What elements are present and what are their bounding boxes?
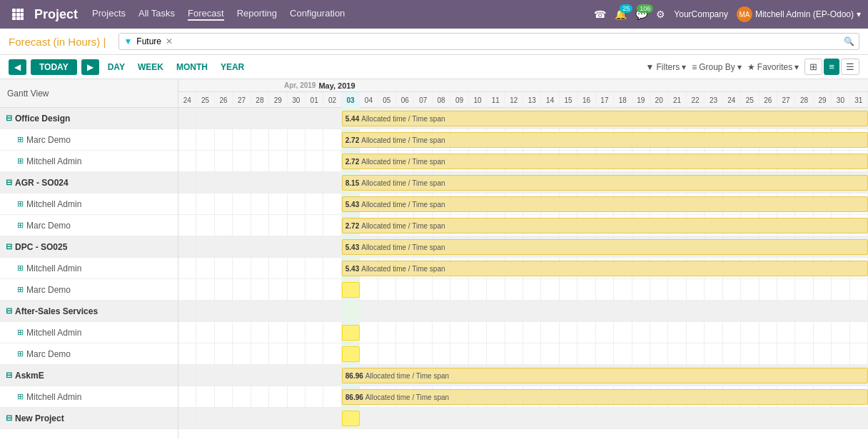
- cell-14: [433, 322, 450, 343]
- grid-view-btn[interactable]: ⊞: [804, 59, 822, 75]
- svg-rect-3: [12, 13, 16, 16]
- phone-icon[interactable]: ☎: [594, 9, 606, 20]
- cell-30: [723, 322, 741, 343]
- gantt-bar-office-design: 5.44Allocated time / Time span: [342, 111, 868, 126]
- company-selector[interactable]: YourCompany: [674, 9, 728, 19]
- day-view-btn[interactable]: DAY: [104, 59, 129, 75]
- cell-24: [614, 343, 632, 364]
- cell-0: [178, 279, 196, 300]
- day-header-apr-25: 25: [196, 92, 214, 108]
- cell-29: [705, 408, 722, 428]
- filter-funnel-icon: ▼: [646, 62, 655, 72]
- cell-1: [196, 172, 214, 193]
- gantt-data-row-office-design: 5.44Allocated time / Time span: [178, 108, 868, 129]
- message-container[interactable]: 💬 106: [635, 9, 647, 20]
- gantt-bar-marc-demo-1: 2.72Allocated time / Time span: [342, 132, 868, 148]
- day-header-may-24: 24: [723, 92, 741, 108]
- favorites-btn[interactable]: ★ Favorites ▾: [747, 62, 799, 72]
- day-header-apr-24: 24: [178, 92, 196, 108]
- cell-10: [360, 279, 378, 300]
- gantt-row-dpc-so025[interactable]: ⊟DPC - SO025: [0, 236, 178, 258]
- cell-5: [269, 108, 287, 129]
- cell-0: [178, 151, 196, 171]
- cell-20: [541, 279, 559, 300]
- nav-configuration[interactable]: Configuration: [290, 8, 345, 21]
- list-view-btn[interactable]: ☰: [841, 59, 859, 75]
- month-view-btn[interactable]: MONTH: [172, 59, 212, 75]
- cell-1: [196, 129, 214, 150]
- bell-container[interactable]: 🔔 25: [615, 9, 627, 20]
- gantt-bar-marc-demo-2: 2.72Allocated time / Time span: [342, 218, 868, 233]
- day-header-may-13: 13: [523, 92, 541, 108]
- gantt-row-mitchell-admin-4[interactable]: ⊞Mitchell Admin: [0, 322, 178, 343]
- cell-26: [650, 301, 668, 321]
- day-header-may-28: 28: [795, 92, 813, 108]
- cell-6: [288, 151, 306, 171]
- group-by-btn[interactable]: ≡ Group By ▾: [692, 62, 742, 72]
- next-button[interactable]: ▶: [81, 59, 99, 75]
- row-label-after-sales: After-Sales Services: [15, 306, 98, 316]
- gantt-data-row-after-sales: [178, 301, 868, 322]
- cell-5: [269, 386, 287, 407]
- row-label-mitchell-admin-1: Mitchell Admin: [26, 156, 81, 166]
- cell-37: [850, 279, 868, 300]
- gantt-row-office-design[interactable]: ⊟Office Design: [0, 108, 178, 129]
- yellow-bar-marc-demo-4: [342, 346, 360, 362]
- gantt-row-after-sales[interactable]: ⊟After-Sales Services: [0, 301, 178, 322]
- cell-3: [233, 129, 251, 150]
- gantt-bar-mitchell-admin-1: 2.72Allocated time / Time span: [342, 154, 868, 169]
- gantt-row-mitchell-admin-3[interactable]: ⊞Mitchell Admin: [0, 258, 178, 279]
- gantt-row-mitchell-admin-1[interactable]: ⊞Mitchell Admin: [0, 151, 178, 172]
- nav-reporting[interactable]: Reporting: [237, 8, 277, 21]
- search-icon[interactable]: 🔍: [844, 36, 854, 46]
- nav-forecast[interactable]: Forecast: [188, 8, 224, 21]
- gantt-data-row-mitchell-admin-2: 5.43Allocated time / Time span: [178, 194, 868, 215]
- year-view-btn[interactable]: YEAR: [216, 59, 248, 75]
- bar-value-mitchell-admin-3: 5.43: [345, 265, 359, 273]
- expand-icon: ⊞: [17, 135, 24, 144]
- day-header-may-15: 15: [560, 92, 577, 108]
- cell-27: [668, 322, 686, 343]
- day-header-may-25: 25: [741, 92, 759, 108]
- day-header-may-02: 02: [323, 92, 341, 108]
- filters-btn[interactable]: ▼ Filters ▾: [646, 62, 687, 72]
- cell-30: [723, 301, 741, 321]
- week-view-btn[interactable]: WEEK: [133, 59, 168, 75]
- bar-text-agr-so024: Allocated time / Time span: [361, 179, 445, 187]
- cell-37: [850, 301, 868, 321]
- nav-projects[interactable]: Projects: [92, 8, 126, 21]
- cell-21: [560, 343, 577, 364]
- user-menu[interactable]: MA Mitchell Admin (EP-Odoo) ▾: [737, 6, 861, 22]
- cell-6: [288, 386, 306, 407]
- cell-12: [396, 279, 414, 300]
- app-grid-icon[interactable]: [7, 4, 29, 25]
- cell-5: [269, 408, 287, 428]
- cell-24: [614, 279, 632, 300]
- prev-button[interactable]: ◀: [9, 59, 26, 75]
- cell-6: [288, 322, 306, 343]
- filter-tag-close[interactable]: ✕: [166, 36, 173, 46]
- settings-icon[interactable]: ⚙: [656, 9, 665, 20]
- gantt-bar-agr-so024: 8.15Allocated time / Time span: [342, 175, 868, 191]
- gantt-row-mitchell-admin-5[interactable]: ⊞Mitchell Admin: [0, 386, 178, 408]
- cell-22: [577, 301, 595, 321]
- gantt-row-marc-demo-3[interactable]: ⊞Marc Demo: [0, 279, 178, 301]
- cell-0: [178, 365, 196, 386]
- cell-0: [178, 129, 196, 150]
- cell-2: [215, 279, 233, 300]
- cell-4: [251, 343, 269, 364]
- gantt-row-marc-demo-4[interactable]: ⊞Marc Demo: [0, 343, 178, 365]
- gantt-row-mitchell-admin-2[interactable]: ⊞Mitchell Admin: [0, 194, 178, 215]
- favorites-star-icon: ★: [747, 62, 755, 72]
- gantt-row-askme[interactable]: ⊟AskmE: [0, 365, 178, 386]
- cell-10: [360, 343, 378, 364]
- today-button[interactable]: TODAY: [31, 59, 77, 75]
- svg-rect-1: [16, 9, 20, 12]
- nav-all-tasks[interactable]: All Tasks: [138, 8, 175, 21]
- gantt-view-btn[interactable]: ≡: [824, 59, 839, 75]
- gantt-row-marc-demo-1[interactable]: ⊞Marc Demo: [0, 129, 178, 151]
- search-input[interactable]: [177, 35, 844, 48]
- gantt-row-marc-demo-2[interactable]: ⊞Marc Demo: [0, 215, 178, 236]
- gantt-row-new-project[interactable]: ⊟New Project: [0, 408, 178, 429]
- gantt-row-agr-so024[interactable]: ⊟AGR - SO024: [0, 172, 178, 194]
